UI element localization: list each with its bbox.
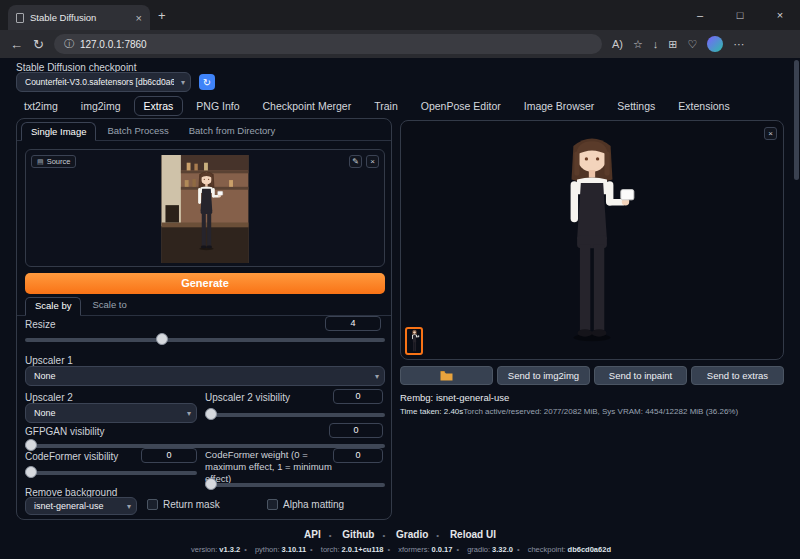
checkpoint-dropdown[interactable]: Counterfeit-V3.0.safetensors [db6cd0a62d…	[16, 72, 191, 92]
generate-button[interactable]: Generate	[25, 273, 385, 294]
gfpgan-number-input[interactable]: 0	[329, 423, 383, 438]
upscaler2-dropdown[interactable]: None ▾	[25, 403, 197, 423]
resize-number-input[interactable]: 4	[325, 316, 381, 331]
slider-track[interactable]	[205, 483, 385, 487]
send-to-extras-button[interactable]: Send to extras	[691, 366, 784, 385]
source-image-dropzone[interactable]: ▤ Source ✎ ×	[25, 149, 385, 267]
return-mask-option[interactable]: Return mask	[147, 499, 220, 510]
extras-input-panel: Single Image Batch Process Batch from Di…	[16, 118, 392, 520]
slider-track[interactable]	[25, 444, 385, 448]
site-info-icon[interactable]: ⓘ	[64, 37, 74, 51]
codeformer-visibility-slider[interactable]	[25, 466, 197, 478]
tab-extras[interactable]: Extras	[134, 96, 184, 116]
alpha-matting-option[interactable]: Alpha matting	[267, 499, 344, 510]
return-mask-checkbox[interactable]	[147, 499, 158, 510]
new-tab-button[interactable]: +	[158, 8, 166, 23]
codeformer-weight-number-input[interactable]: 0	[333, 448, 383, 463]
source-chip-label: Source	[47, 157, 71, 166]
upscaler1-value: None	[34, 371, 56, 381]
back-icon[interactable]: ←	[10, 37, 23, 52]
send-to-inpaint-button[interactable]: Send to inpaint	[594, 366, 687, 385]
source-chip: ▤ Source	[31, 155, 76, 168]
subtab-batch-process[interactable]: Batch Process	[98, 122, 177, 140]
read-aloud-icon[interactable]: A)	[612, 38, 623, 50]
url-text: 127.0.0.1:7860	[80, 39, 147, 50]
footer-link-github[interactable]: Github	[342, 529, 374, 540]
upscaler2-visibility-slider[interactable]	[205, 408, 385, 420]
edit-image-icon[interactable]: ✎	[349, 155, 362, 168]
tab-img2img[interactable]: img2img	[71, 96, 131, 116]
separator-dot: •	[517, 545, 520, 554]
main-tab-bar: txt2img img2img Extras PNG Info Checkpoi…	[14, 96, 740, 116]
send-to-img2img-button[interactable]: Send to img2img	[497, 366, 590, 385]
downloads-icon[interactable]: ↓	[653, 38, 659, 50]
codeformer-visibility-number-input[interactable]: 0	[141, 448, 197, 463]
rembg-info: Rembg: isnet-general-use	[400, 392, 509, 403]
slider-handle[interactable]	[25, 466, 37, 478]
slider-track[interactable]	[25, 471, 197, 475]
footer-version-info: version:v1.3.2• python:3.10.11• torch:2.…	[0, 545, 800, 554]
tab-extensions[interactable]: Extensions	[668, 96, 739, 116]
gfpgan-visibility-label: GFPGAN visibility	[25, 426, 104, 437]
tab-txt2img[interactable]: txt2img	[14, 96, 68, 116]
slider-handle[interactable]	[25, 439, 37, 451]
tab-settings[interactable]: Settings	[607, 96, 665, 116]
profile-avatar[interactable]	[707, 36, 723, 52]
alpha-matting-label: Alpha matting	[283, 499, 344, 510]
tab-title: Stable Diffusion	[30, 12, 130, 23]
separator-dot: •	[456, 545, 459, 554]
footer-link-api[interactable]: API	[304, 529, 321, 540]
slider-handle[interactable]	[156, 333, 168, 345]
subtab-batch-from-directory[interactable]: Batch from Directory	[180, 122, 285, 140]
slider-handle[interactable]	[205, 478, 217, 490]
upscaler1-dropdown[interactable]: None ▾	[25, 366, 385, 386]
reload-icon[interactable]: ↻	[33, 37, 44, 52]
alpha-matting-checkbox[interactable]	[267, 499, 278, 510]
slider-track[interactable]	[205, 413, 385, 417]
browser-essentials-icon[interactable]: ♡	[688, 38, 698, 51]
source-image[interactable]	[161, 155, 249, 263]
gallery-close-icon[interactable]: ×	[764, 127, 777, 140]
version-key: torch:	[321, 545, 340, 554]
address-bar[interactable]: ⓘ 127.0.0.1:7860	[54, 34, 602, 54]
remove-background-dropdown[interactable]: isnet-general-use ▾	[25, 497, 137, 515]
browser-tab[interactable]: Stable Diffusion ×	[8, 5, 150, 30]
refresh-checkpoints-button[interactable]: ↻	[199, 74, 215, 90]
tab-train[interactable]: Train	[364, 96, 408, 116]
slider-handle[interactable]	[205, 408, 217, 420]
slider-track[interactable]	[25, 338, 385, 342]
clear-image-icon[interactable]: ×	[366, 155, 379, 168]
upscaler2-visibility-number-input[interactable]: 0	[333, 389, 383, 404]
close-button[interactable]: ×	[760, 0, 800, 30]
version-key: version:	[191, 545, 217, 554]
codeformer-weight-slider[interactable]	[205, 478, 385, 490]
minimize-button[interactable]: –	[680, 0, 720, 30]
result-image[interactable]	[536, 131, 648, 345]
extensions-icon[interactable]: ⊞	[668, 38, 677, 51]
separator-dot: •	[388, 545, 391, 554]
tab-checkpoint-merger[interactable]: Checkpoint Merger	[252, 96, 361, 116]
version-key: gradio:	[467, 545, 490, 554]
more-menu-icon[interactable]: ⋯	[733, 38, 744, 51]
subtab-single-image[interactable]: Single Image	[21, 122, 96, 141]
maximize-button[interactable]: □	[720, 0, 760, 30]
tab-png-info[interactable]: PNG Info	[186, 96, 249, 116]
upscaler2-label: Upscaler 2	[25, 392, 73, 403]
chevron-down-icon: ▾	[181, 78, 185, 87]
chevron-down-icon: ▾	[375, 372, 379, 381]
generation-stats: Time taken: 2.40sTorch active/reserved: …	[400, 407, 738, 416]
time-taken: Time taken: 2.40s	[400, 407, 463, 416]
favorites-star-icon[interactable]: ☆	[633, 38, 643, 51]
tab-scale-by[interactable]: Scale by	[25, 297, 81, 316]
tab-image-browser[interactable]: Image Browser	[514, 96, 605, 116]
resize-slider[interactable]	[25, 333, 385, 345]
chevron-down-icon: ▾	[127, 502, 131, 511]
footer-link-reload-ui[interactable]: Reload UI	[450, 529, 496, 540]
gallery-thumbnail-selected[interactable]	[405, 327, 423, 355]
tab-close-icon[interactable]: ×	[136, 12, 142, 24]
open-folder-button[interactable]	[400, 366, 493, 385]
footer-link-gradio[interactable]: Gradio	[396, 529, 428, 540]
tab-openpose-editor[interactable]: OpenPose Editor	[411, 96, 511, 116]
version-value: 2.0.1+cu118	[342, 545, 384, 554]
tab-scale-to[interactable]: Scale to	[83, 297, 135, 315]
